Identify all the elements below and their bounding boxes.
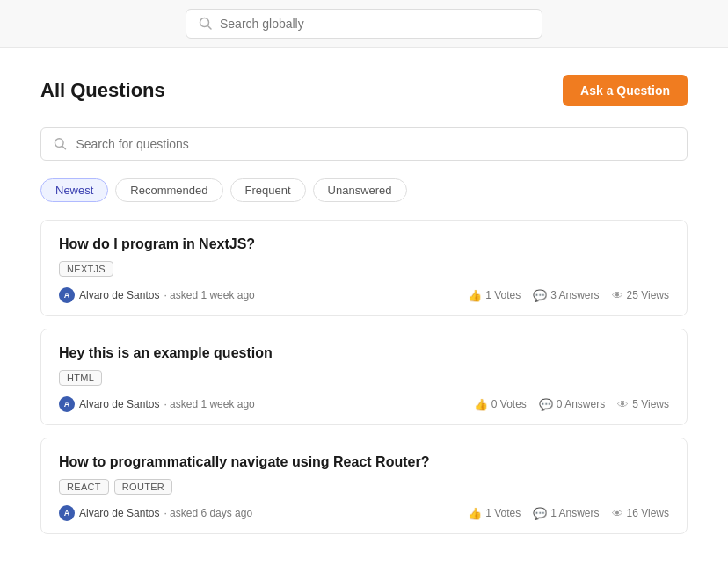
page-header: All Questions Ask a Question xyxy=(40,75,688,106)
author-name: Alvaro de Santos xyxy=(79,289,159,301)
question-meta: A Alvaro de Santos · asked 1 week ago 👍 … xyxy=(59,287,669,303)
answers-stat: 💬 0 Answers xyxy=(539,398,605,411)
comment-icon: 💬 xyxy=(533,507,547,520)
eye-icon: 👁 xyxy=(617,398,629,411)
answers-stat: 💬 1 Answers xyxy=(533,507,599,520)
views-stat: 👁 5 Views xyxy=(617,398,669,411)
votes-count: 1 Votes xyxy=(485,289,521,301)
filter-tab-frequent[interactable]: Frequent xyxy=(230,178,306,202)
answers-stat: 💬 3 Answers xyxy=(533,289,599,302)
votes-stat: 👍 1 Votes xyxy=(468,507,521,520)
question-card: Hey this is an example question HTML A A… xyxy=(40,329,688,425)
question-meta: A Alvaro de Santos · asked 1 week ago 👍 … xyxy=(59,396,669,412)
votes-stat: 👍 0 Votes xyxy=(474,398,527,411)
asked-label: · asked 6 days ago xyxy=(164,507,252,519)
meta-left: A Alvaro de Santos · asked 1 week ago xyxy=(59,287,255,303)
answers-count: 1 Answers xyxy=(550,507,599,519)
tag[interactable]: NEXTJS xyxy=(59,261,113,277)
answers-count: 3 Answers xyxy=(550,289,599,301)
comment-icon: 💬 xyxy=(533,289,547,302)
asked-label: · asked 1 week ago xyxy=(164,398,254,410)
eye-icon: 👁 xyxy=(612,507,623,520)
tags: NEXTJS xyxy=(59,261,669,277)
votes-count: 1 Votes xyxy=(485,507,521,519)
tag[interactable]: REACT xyxy=(59,479,109,495)
main-content: All Questions Ask a Question Newest Reco… xyxy=(0,48,728,572)
views-stat: 👁 25 Views xyxy=(612,289,669,302)
avatar: A xyxy=(59,505,75,521)
global-search-icon xyxy=(199,17,213,31)
svg-line-1 xyxy=(208,26,212,30)
question-card: How to programmatically navigate using R… xyxy=(40,438,688,534)
question-search-wrap xyxy=(40,127,688,161)
thumbs-up-icon: 👍 xyxy=(474,398,488,411)
author-name: Alvaro de Santos xyxy=(79,507,159,519)
asked-label: · asked 1 week ago xyxy=(164,289,254,301)
top-bar xyxy=(0,0,728,48)
tags: HTML xyxy=(59,370,669,386)
page-title: All Questions xyxy=(40,79,165,102)
eye-icon: 👁 xyxy=(612,289,623,302)
views-stat: 👁 16 Views xyxy=(612,507,669,520)
tag[interactable]: ROUTER xyxy=(114,479,172,495)
tag[interactable]: HTML xyxy=(59,370,102,386)
filter-tab-newest[interactable]: Newest xyxy=(40,178,108,202)
filter-tab-recommended[interactable]: Recommended xyxy=(115,178,222,202)
votes-stat: 👍 1 Votes xyxy=(468,289,521,302)
question-meta: A Alvaro de Santos · asked 6 days ago 👍 … xyxy=(59,505,669,521)
author-name: Alvaro de Santos xyxy=(79,398,159,410)
avatar: A xyxy=(59,396,75,412)
thumbs-up-icon: 👍 xyxy=(468,507,482,520)
question-search-icon xyxy=(54,137,67,151)
views-count: 5 Views xyxy=(632,398,669,410)
meta-left: A Alvaro de Santos · asked 1 week ago xyxy=(59,396,255,412)
comment-icon: 💬 xyxy=(539,398,553,411)
views-count: 25 Views xyxy=(627,289,669,301)
avatar: A xyxy=(59,287,75,303)
question-title[interactable]: How do I program in NextJS? xyxy=(59,236,669,252)
meta-right: 👍 1 Votes 💬 1 Answers 👁 16 Views xyxy=(468,507,669,520)
views-count: 16 Views xyxy=(627,507,669,519)
answers-count: 0 Answers xyxy=(557,398,605,410)
global-search-input[interactable] xyxy=(220,17,529,31)
filter-tabs: Newest Recommended Frequent Unanswered xyxy=(40,178,688,202)
svg-line-3 xyxy=(62,146,65,148)
global-search-wrap xyxy=(186,9,542,39)
meta-right: 👍 1 Votes 💬 3 Answers 👁 25 Views xyxy=(468,289,669,302)
question-search-input[interactable] xyxy=(76,137,674,151)
votes-count: 0 Votes xyxy=(491,398,527,410)
ask-question-button[interactable]: Ask a Question xyxy=(563,75,688,106)
tags: REACT ROUTER xyxy=(59,479,669,495)
question-title[interactable]: Hey this is an example question xyxy=(59,345,669,361)
question-title[interactable]: How to programmatically navigate using R… xyxy=(59,454,669,470)
thumbs-up-icon: 👍 xyxy=(468,289,482,302)
question-card: How do I program in NextJS? NEXTJS A Alv… xyxy=(40,220,688,316)
meta-right: 👍 0 Votes 💬 0 Answers 👁 5 Views xyxy=(474,398,669,411)
meta-left: A Alvaro de Santos · asked 6 days ago xyxy=(59,505,252,521)
questions-list: How do I program in NextJS? NEXTJS A Alv… xyxy=(40,220,688,534)
filter-tab-unanswered[interactable]: Unanswered xyxy=(313,178,407,202)
